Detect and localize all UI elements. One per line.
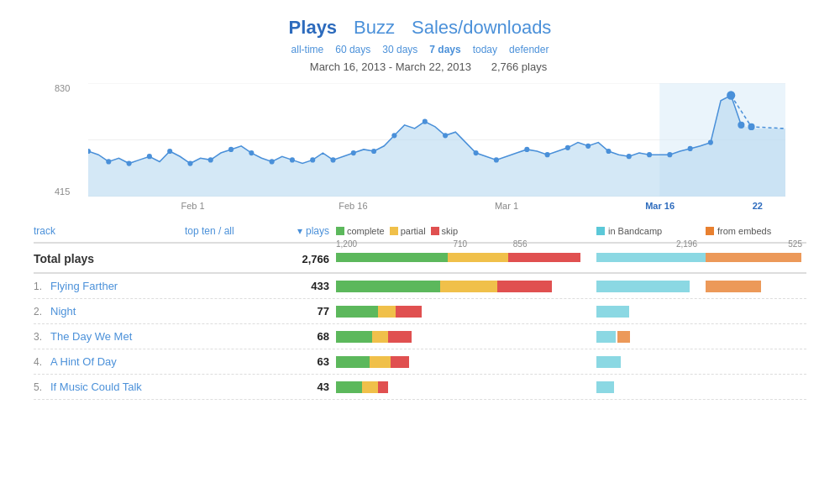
row-plays-3: 68 [277, 330, 336, 343]
row-bandcamp-2 [596, 306, 706, 318]
svg-point-36 [748, 123, 754, 130]
svg-point-28 [606, 149, 611, 154]
row-num: 2. [34, 306, 50, 318]
svg-point-5 [106, 159, 111, 164]
row-embeds-4 [706, 356, 806, 368]
play-count: 2,766 plays [491, 60, 548, 73]
total-bars: 1,200 710 856 [336, 250, 596, 267]
filter-60days[interactable]: 60 days [335, 44, 370, 55]
row-plays-2: 77 [277, 305, 336, 318]
row-embeds-3 [706, 331, 806, 343]
th-track: track [34, 225, 185, 237]
legend-embeds-icon [706, 227, 714, 235]
svg-point-30 [647, 152, 652, 157]
row-num: 1. [34, 281, 50, 292]
x-label-mar16: Mar 16 [645, 201, 675, 211]
svg-point-12 [249, 150, 254, 155]
total-label: Total plays [34, 252, 185, 265]
row-bandcamp-3 [596, 331, 706, 343]
filter-alltime[interactable]: all-time [291, 44, 324, 55]
row-num: 5. [34, 381, 50, 393]
row-plays-4: 63 [277, 355, 336, 368]
svg-point-32 [688, 146, 693, 151]
arrow-down-icon: ▾ [297, 225, 302, 237]
y-label-top: 830 [55, 83, 84, 93]
total-embeds: 525 [706, 250, 806, 267]
filter-30days[interactable]: 30 days [382, 44, 417, 55]
legend-complete: complete [336, 226, 385, 236]
th-bars: complete partial skip [336, 226, 596, 236]
chart-x-labels: Feb 1 Feb 16 Mar 1 Mar 16 22 [88, 198, 785, 213]
svg-point-10 [208, 157, 213, 162]
th-embeds: from embeds [706, 226, 806, 236]
date-range-text: March 16, 2013 - March 22, 2013 [310, 60, 471, 73]
svg-point-25 [545, 152, 550, 157]
row-bars-3 [336, 331, 596, 343]
row-bandcamp-5 [596, 381, 706, 393]
legend-bandcamp-icon [596, 227, 605, 235]
svg-point-23 [494, 157, 499, 162]
svg-point-18 [371, 149, 376, 154]
x-label-mar1: Mar 1 [495, 201, 518, 211]
date-range: March 16, 2013 - March 22, 2013 2,766 pl… [293, 60, 547, 73]
row-embeds-2 [706, 306, 806, 318]
svg-point-6 [127, 160, 132, 165]
filter-today[interactable]: today [473, 44, 497, 55]
table-container: track top ten / all ▾ plays complete par… [34, 225, 806, 400]
svg-point-13 [270, 159, 275, 164]
row-bars-2 [336, 306, 596, 318]
tab-sales[interactable]: Sales/downloads [412, 17, 551, 39]
chart-y-labels: 830 415 [55, 83, 84, 197]
row-track-3[interactable]: The Day We Met [50, 330, 185, 343]
row-bars-5 [336, 381, 596, 393]
y-label-mid: 415 [55, 186, 84, 197]
th-topten[interactable]: top ten / all [185, 225, 277, 237]
legend-partial: partial [390, 226, 426, 236]
svg-point-19 [391, 133, 396, 138]
total-bandcamp: 2,196 [596, 250, 706, 267]
table-row: 4. A Hint Of Day 63 [34, 349, 806, 375]
legend-skip-icon [431, 227, 439, 235]
svg-point-31 [667, 152, 672, 157]
svg-point-35 [738, 122, 744, 129]
th-plays[interactable]: ▾ plays [277, 225, 336, 237]
svg-point-11 [228, 147, 234, 152]
svg-point-33 [708, 140, 713, 145]
filter-7days[interactable]: 7 days [429, 44, 460, 55]
svg-point-20 [423, 119, 428, 124]
filter-defender[interactable]: defender [509, 44, 549, 55]
th-bandcamp: in Bandcamp [596, 226, 706, 236]
row-num: 4. [34, 356, 50, 368]
chart-container: 830 415 [55, 83, 785, 213]
row-embeds-1 [706, 281, 806, 292]
legend-complete-icon [336, 227, 344, 235]
svg-point-9 [187, 160, 192, 165]
svg-point-24 [524, 147, 529, 152]
row-bandcamp-1 [596, 281, 706, 292]
page: Plays Buzz Sales/downloads all-time 60 d… [0, 0, 840, 504]
row-bars-1 [336, 281, 596, 292]
time-filters: all-time 60 days 30 days 7 days today de… [291, 44, 549, 55]
svg-point-14 [290, 157, 295, 162]
row-track-4[interactable]: A Hint Of Day [50, 355, 185, 368]
svg-point-8 [167, 149, 172, 154]
tab-buzz[interactable]: Buzz [354, 17, 395, 39]
row-plays-1: 433 [277, 280, 336, 292]
row-track-5[interactable]: If Music Could Talk [50, 381, 185, 393]
svg-point-22 [474, 150, 479, 155]
nav-tabs: Plays Buzz Sales/downloads [289, 17, 552, 39]
tab-plays[interactable]: Plays [289, 17, 338, 39]
row-embeds-5 [706, 381, 806, 393]
svg-point-27 [585, 144, 591, 149]
table-row: 5. If Music Could Talk 43 [34, 375, 806, 400]
x-label-22: 22 [753, 201, 763, 211]
svg-point-16 [330, 157, 335, 162]
svg-point-15 [310, 157, 315, 162]
row-plays-5: 43 [277, 381, 336, 393]
row-track-2[interactable]: Night [50, 305, 185, 318]
row-track-1[interactable]: Flying Farther [50, 280, 185, 292]
chart-svg-area [88, 83, 785, 197]
row-bars-4 [336, 356, 596, 368]
total-row: Total plays 2,766 1,200 710 856 2,196 52… [34, 245, 806, 274]
table-row: 1. Flying Farther 433 [34, 274, 806, 299]
